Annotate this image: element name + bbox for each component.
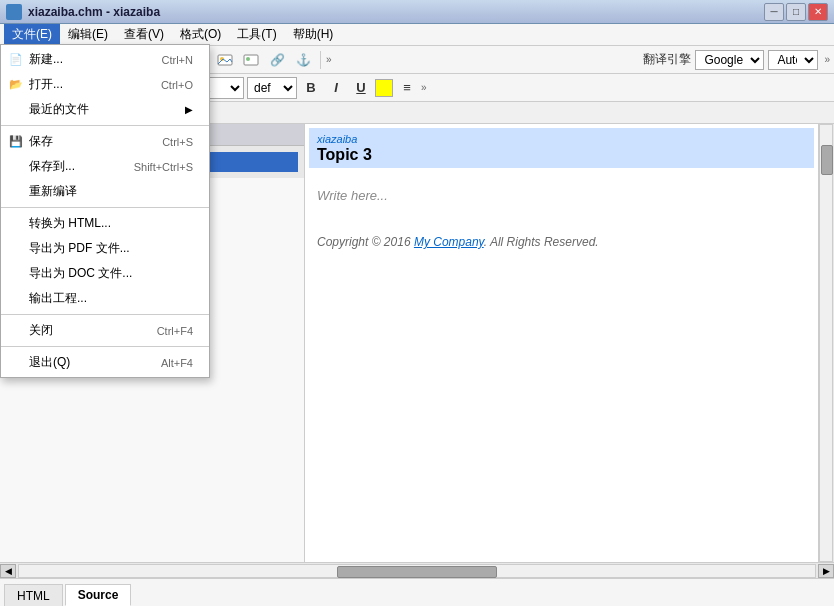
menu-item-new-shortcut: Ctrl+N [162,54,193,66]
highlight-color-button[interactable] [375,79,393,97]
svg-point-10 [246,57,250,61]
menu-item-exit-shortcut: Alt+F4 [161,357,193,369]
minimize-button[interactable]: ─ [764,3,784,21]
italic-button[interactable]: I [325,77,347,99]
menu-item-saveas[interactable]: 保存到... Shift+Ctrl+S [1,154,209,179]
scroll-left-arrow[interactable]: ◀ [0,564,16,578]
menu-item-recent-label: 最近的文件 [29,101,89,118]
translate-label: 翻译引擎 [643,51,691,68]
menu-item-new[interactable]: 📄 新建... Ctrl+N [1,47,209,72]
vertical-scrollbar[interactable] [818,124,834,562]
close-window-button[interactable]: ✕ [808,3,828,21]
title-bar-left: xiazaiba.chm - xiazaiba [6,4,160,20]
align-button[interactable]: ≡ [396,77,418,99]
menu-tools[interactable]: 工具(T) [229,24,284,45]
menu-item-exit-label: 退出(Q) [29,354,70,371]
google-select[interactable]: Google [695,50,764,70]
menu-format[interactable]: 格式(O) [172,24,229,45]
menu-item-exportdoc[interactable]: 导出为 DOC 文件... [1,261,209,286]
editor-area: xiazaiba Topic 3 Write here... Copyright… [305,124,818,562]
menu-item-close-label: 关闭 [29,322,53,339]
menu-item-saveas-shortcut: Shift+Ctrl+S [134,161,193,173]
menu-item-tohtml[interactable]: 转换为 HTML... [1,211,209,236]
menu-sep-3 [1,314,209,315]
tab-source[interactable]: Source [65,584,132,606]
menu-item-saveas-label: 保存到... [29,158,75,175]
menu-file[interactable]: 文件(E) [4,24,60,45]
submenu-arrow: ▶ [185,104,193,115]
menu-item-exportdoc-label: 导出为 DOC 文件... [29,265,132,282]
save-icon: 💾 [7,133,25,151]
new-icon: 📄 [7,51,25,69]
topic-title: Topic 3 [317,146,372,163]
copyright-suffix: . All Rights Reserved. [484,235,599,249]
menu-item-open-shortcut: Ctrl+O [161,79,193,91]
menu-item-tohtml-label: 转换为 HTML... [29,215,111,232]
window-title: xiazaiba.chm - xiazaiba [28,5,160,19]
auto-select[interactable]: Auto [768,50,818,70]
title-bar: xiazaiba.chm - xiazaiba ─ □ ✕ [0,0,834,24]
menu-item-exit[interactable]: 退出(Q) Alt+F4 [1,350,209,375]
menu-item-reedit-label: 重新编译 [29,183,77,200]
underline-button[interactable]: U [350,77,372,99]
menu-sep-1 [1,125,209,126]
menu-item-recent[interactable]: 最近的文件 ▶ [1,97,209,122]
svg-rect-9 [244,55,258,65]
menu-item-close-shortcut: Ctrl+F4 [157,325,193,337]
menu-sep-2 [1,207,209,208]
style-select[interactable]: def [247,77,297,99]
scroll-right-arrow[interactable]: ▶ [818,564,834,578]
editor-content[interactable]: xiazaiba Topic 3 Write here... Copyright… [305,124,818,562]
menu-edit[interactable]: 编辑(E) [60,24,116,45]
menu-item-save[interactable]: 💾 保存 Ctrl+S [1,129,209,154]
menu-item-outputproject[interactable]: 输出工程... [1,286,209,311]
maximize-button[interactable]: □ [786,3,806,21]
bottom-tab-bar: HTML Source [0,578,834,606]
company-link[interactable]: My Company [414,235,484,249]
menu-help[interactable]: 帮助(H) [285,24,342,45]
image2-button[interactable] [239,49,263,71]
scroll-thumb[interactable] [821,145,833,175]
breadcrumb-link[interactable]: xiazaiba [317,133,357,145]
menu-sep-4 [1,346,209,347]
image-button[interactable] [213,49,237,71]
menu-item-outputproject-label: 输出工程... [29,290,87,307]
translate-more[interactable]: » [824,54,830,65]
copyright-prefix: Copyright © 2016 [317,235,414,249]
file-dropdown-menu: 📄 新建... Ctrl+N 📂 打开... Ctrl+O 最近的文件 ▶ 💾 … [0,44,210,378]
bold-button[interactable]: B [300,77,322,99]
open-icon: 📂 [7,76,25,94]
copyright-text: Copyright © 2016 My Company. All Rights … [317,235,806,249]
anchor-button[interactable]: ⚓ [291,49,315,71]
translate-area: 翻译引擎 Google Auto [643,50,818,70]
write-placeholder: Write here... [317,188,806,203]
format-more[interactable]: » [421,82,427,93]
h-scroll-thumb[interactable] [337,566,496,578]
menu-item-save-shortcut: Ctrl+S [162,136,193,148]
menu-bar: 文件(E) 编辑(E) 查看(V) 格式(O) 工具(T) 帮助(H) [0,24,834,46]
menu-item-open[interactable]: 📂 打开... Ctrl+O [1,72,209,97]
toolbar-separator-4 [320,51,321,69]
breadcrumb-row: xiazaiba Topic 3 [309,128,814,168]
menu-item-open-label: 打开... [29,76,63,93]
scroll-track [819,124,833,562]
tab-html[interactable]: HTML [4,584,63,606]
menu-item-new-label: 新建... [29,51,63,68]
title-bar-buttons: ─ □ ✕ [764,3,828,21]
menu-view[interactable]: 查看(V) [116,24,172,45]
menu-item-close[interactable]: 关闭 Ctrl+F4 [1,318,209,343]
menu-item-save-label: 保存 [29,133,53,150]
menu-item-exportpdf[interactable]: 导出为 PDF 文件... [1,236,209,261]
h-scroll-track [18,564,816,578]
menu-item-exportpdf-label: 导出为 PDF 文件... [29,240,130,257]
link-button[interactable]: 🔗 [265,49,289,71]
app-icon [6,4,22,20]
horizontal-scrollbar[interactable]: ◀ ▶ [0,562,834,578]
toolbar-more[interactable]: » [326,54,332,65]
menu-item-reedit[interactable]: 重新编译 [1,179,209,204]
